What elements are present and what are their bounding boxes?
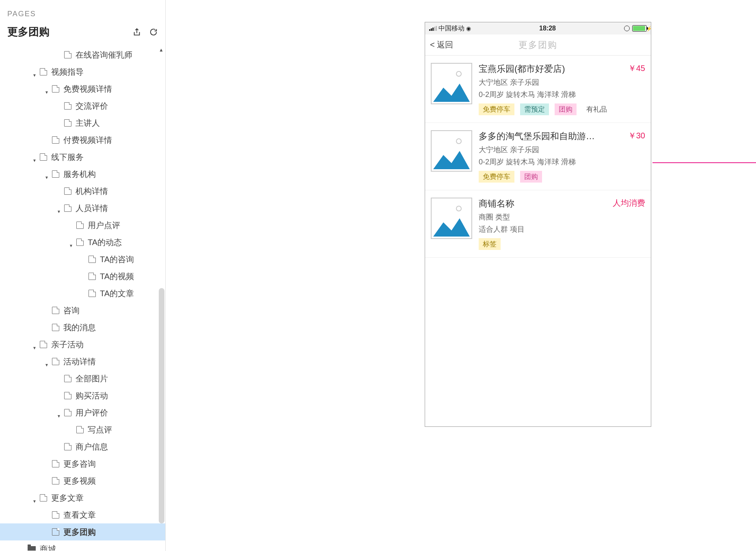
- tree-item[interactable]: 商城: [0, 540, 165, 551]
- item-tags: 标签: [479, 238, 645, 250]
- tree-item[interactable]: 更多视频: [0, 472, 165, 489]
- tree-item[interactable]: 用户点评: [0, 217, 165, 234]
- caret-down-icon[interactable]: [57, 410, 62, 415]
- page-title-row: 更多团购: [7, 25, 158, 39]
- tree-item[interactable]: 交流评价: [0, 97, 165, 114]
- tree-item-label: 机构详情: [76, 186, 108, 197]
- tree-item[interactable]: TA的视频: [0, 268, 165, 285]
- caret-down-icon[interactable]: [32, 342, 37, 347]
- page-tree[interactable]: 在线咨询催乳师视频指导免费视频详情交流评价主讲人付费视频详情线下服务服务机构机构…: [0, 46, 165, 551]
- item-meta: 0-2周岁 旋转木马 海洋球 滑梯: [479, 157, 645, 167]
- tree-item[interactable]: 机构详情: [0, 183, 165, 200]
- file-icon: [52, 528, 59, 536]
- tree-item-label: 用户评价: [76, 407, 108, 418]
- phone-mockup: 中国移动 ◉ 18:28 ⚡ < 返回 更多团购 宝燕乐园(都市好爱店)￥45大…: [425, 22, 651, 427]
- caret-down-icon[interactable]: [32, 69, 37, 74]
- list-item[interactable]: 商铺名称人均消费商圈 类型适合人群 项目标签: [425, 190, 651, 258]
- tree-item[interactable]: TA的咨询: [0, 251, 165, 268]
- caret-down-icon[interactable]: [32, 495, 37, 500]
- tree-item[interactable]: 咨询: [0, 302, 165, 319]
- tree-item[interactable]: 全部图片: [0, 370, 165, 387]
- tree-item-label: 更多文章: [51, 493, 84, 504]
- file-icon: [64, 119, 71, 127]
- tree-item[interactable]: TA的动态: [0, 234, 165, 251]
- item-meta: 大宁地区 亲子乐园: [479, 77, 645, 87]
- tree-item[interactable]: 我的消息: [0, 319, 165, 336]
- tree-item-label: 服务机构: [63, 169, 96, 180]
- tree-item-label: 线下服务: [51, 152, 84, 163]
- file-icon: [52, 477, 59, 484]
- tag: 免费停车: [479, 103, 514, 115]
- tree-item-label: 付费视频详情: [63, 135, 112, 146]
- image-placeholder-icon: [431, 63, 472, 104]
- list-item[interactable]: 多多的淘气堡乐园和自助游验...￥30大宁地区 亲子乐园0-2周岁 旋转木马 海…: [425, 123, 651, 190]
- tree-item-label: TA的动态: [88, 237, 122, 248]
- tag: 免费停车: [479, 171, 514, 183]
- item-body: 多多的淘气堡乐园和自助游验...￥30大宁地区 亲子乐园0-2周岁 旋转木马 海…: [479, 130, 645, 183]
- tree-item[interactable]: 购买活动: [0, 387, 165, 404]
- tree-item-label: 更多团购: [63, 527, 96, 538]
- tree-item-label: 免费视频详情: [63, 84, 112, 95]
- tree-item[interactable]: 亲子活动: [0, 336, 165, 353]
- tree-item-label: TA的咨询: [100, 254, 134, 265]
- tree-item-label: 全部图片: [76, 373, 108, 384]
- tree-item-label: 查看文章: [63, 510, 96, 521]
- tree-item[interactable]: 线下服务: [0, 149, 165, 166]
- scrollbar[interactable]: [159, 288, 164, 529]
- file-icon: [40, 494, 47, 501]
- svg-marker-2: [433, 218, 470, 237]
- file-icon: [52, 307, 59, 314]
- status-time: 18:28: [539, 25, 556, 32]
- annotation-line: [652, 162, 756, 163]
- caret-down-icon[interactable]: [45, 359, 50, 364]
- file-icon: [64, 51, 71, 58]
- scrollbar-thumb[interactable]: [159, 288, 164, 523]
- caret-down-icon[interactable]: [57, 206, 62, 211]
- tree-item[interactable]: 查看文章: [0, 506, 165, 523]
- tree-item[interactable]: 更多团购: [0, 523, 165, 540]
- file-icon: [64, 204, 71, 212]
- item-meta: 商圈 类型: [479, 212, 645, 222]
- svg-marker-0: [433, 84, 470, 102]
- nav-bar: < 返回 更多团购: [425, 34, 651, 56]
- carrier-label: 中国移动: [438, 24, 464, 33]
- tree-item[interactable]: TA的文章: [0, 285, 165, 302]
- tree-item[interactable]: 写点评: [0, 421, 165, 438]
- file-icon: [64, 375, 71, 382]
- nav-title: 更多团购: [518, 39, 557, 51]
- tree-item[interactable]: 更多咨询: [0, 455, 165, 472]
- caret-down-icon[interactable]: [45, 172, 50, 176]
- tree-item[interactable]: 视频指导: [0, 63, 165, 80]
- title-icons: [133, 28, 158, 37]
- tree-item[interactable]: 在线咨询催乳师: [0, 46, 165, 63]
- tree-item[interactable]: 免费视频详情: [0, 80, 165, 97]
- list-item[interactable]: 宝燕乐园(都市好爱店)￥45大宁地区 亲子乐园0-2周岁 旋转木马 海洋球 滑梯…: [425, 56, 651, 123]
- status-left: 中国移动 ◉: [429, 24, 471, 33]
- file-icon: [52, 170, 59, 178]
- tree-item[interactable]: 用户评价: [0, 404, 165, 421]
- tag: 需预定: [520, 103, 549, 115]
- tree-item[interactable]: 活动详情: [0, 353, 165, 370]
- tree-item[interactable]: 商户信息: [0, 438, 165, 455]
- tree-item[interactable]: 服务机构: [0, 166, 165, 183]
- file-icon: [89, 290, 96, 297]
- share-icon[interactable]: [133, 28, 142, 37]
- tree-item[interactable]: 更多文章: [0, 489, 165, 506]
- item-body: 宝燕乐园(都市好爱店)￥45大宁地区 亲子乐园0-2周岁 旋转木马 海洋球 滑梯…: [479, 63, 645, 115]
- caret-down-icon[interactable]: [32, 155, 37, 159]
- tree-item-label: 更多咨询: [63, 458, 96, 469]
- tree-item[interactable]: 主讲人: [0, 114, 165, 131]
- back-button[interactable]: < 返回: [430, 39, 453, 50]
- folder-icon: [28, 546, 36, 551]
- tree-item[interactable]: 人员详情: [0, 200, 165, 217]
- refresh-icon[interactable]: [149, 28, 158, 37]
- sidebar-header: PAGES 更多团购: [0, 0, 165, 42]
- file-icon: [40, 68, 47, 75]
- caret-right-icon[interactable]: [20, 547, 25, 551]
- caret-down-icon[interactable]: [45, 86, 50, 91]
- tree-item[interactable]: 付费视频详情: [0, 131, 165, 149]
- caret-down-icon[interactable]: [69, 240, 74, 245]
- file-icon: [64, 409, 71, 416]
- item-name: 多多的淘气堡乐园和自助游验...: [479, 130, 600, 142]
- image-placeholder-icon: [431, 130, 472, 172]
